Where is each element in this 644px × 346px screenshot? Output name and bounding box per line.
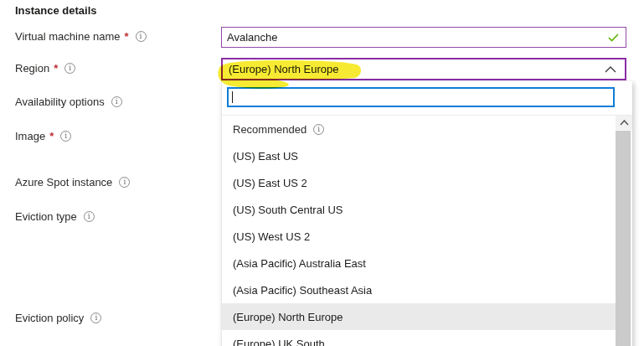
image-label: Image	[15, 130, 45, 142]
eviction-type-label-row: Eviction type i	[15, 210, 95, 223]
eviction-policy-label: Eviction policy	[15, 312, 84, 324]
dropdown-scrollbar	[616, 116, 632, 346]
region-search-box	[227, 87, 615, 107]
region-list: Recommended i (US) East US (US) East US …	[222, 116, 616, 346]
azure-spot-label: Azure Spot instance	[15, 176, 112, 188]
region-search-input[interactable]	[233, 89, 613, 106]
required-asterisk: *	[125, 30, 129, 43]
region-option-east-us[interactable]: (US) East US	[222, 142, 616, 169]
required-asterisk: *	[49, 130, 54, 142]
availability-options-label: Availability options	[15, 96, 105, 108]
vm-name-label-row: Virtual machine name * i	[15, 30, 147, 43]
info-icon[interactable]: i	[90, 312, 101, 323]
region-select[interactable]: (Europe) North Europe	[221, 58, 626, 80]
image-label-row: Image * i	[15, 130, 71, 142]
region-selected-value: (Europe) North Europe	[229, 63, 339, 75]
info-icon[interactable]: i	[84, 211, 95, 222]
region-option-west-us-2[interactable]: (US) West US 2	[222, 223, 616, 250]
valid-checkmark-icon	[608, 34, 619, 42]
region-group-header: Recommended i	[222, 116, 616, 142]
info-icon[interactable]: i	[64, 63, 75, 74]
region-option-south-central-us[interactable]: (US) South Central US	[222, 196, 616, 223]
scrollbar-thumb[interactable]	[616, 131, 631, 346]
chevron-up-icon	[605, 66, 616, 73]
eviction-type-label: Eviction type	[15, 210, 77, 223]
section-title: Instance details	[15, 4, 97, 17]
eviction-policy-label-row: Eviction policy i	[15, 312, 101, 324]
availability-options-label-row: Availability options i	[15, 96, 122, 108]
region-label: Region	[15, 62, 49, 75]
info-icon[interactable]: i	[313, 124, 324, 135]
region-label-row: Region * i	[15, 62, 75, 75]
azure-spot-label-row: Azure Spot instance i	[15, 176, 130, 188]
region-option-east-us-2[interactable]: (US) East US 2	[222, 169, 616, 196]
info-icon[interactable]: i	[60, 131, 71, 142]
region-option-southeast-asia[interactable]: (Asia Pacific) Southeast Asia	[222, 276, 616, 303]
info-icon[interactable]: i	[119, 177, 130, 188]
info-icon[interactable]: i	[111, 96, 122, 107]
scroll-up-arrow-icon	[620, 120, 629, 126]
region-option-australia-east[interactable]: (Asia Pacific) Australia East	[222, 250, 616, 276]
vm-name-label: Virtual machine name	[15, 30, 121, 43]
info-icon[interactable]: i	[136, 31, 147, 42]
scroll-up-button[interactable]	[616, 116, 632, 130]
region-option-uk-south[interactable]: (Europe) UK South	[222, 330, 616, 346]
required-asterisk: *	[54, 62, 58, 75]
vm-name-input[interactable]	[222, 31, 608, 44]
region-option-north-europe[interactable]: (Europe) North Europe	[222, 303, 616, 330]
vm-name-field	[221, 27, 626, 48]
region-dropdown-flyout: Recommended i (US) East US (US) East US …	[221, 81, 632, 346]
create-vm-form: Instance details Virtual machine name * …	[0, 0, 644, 346]
